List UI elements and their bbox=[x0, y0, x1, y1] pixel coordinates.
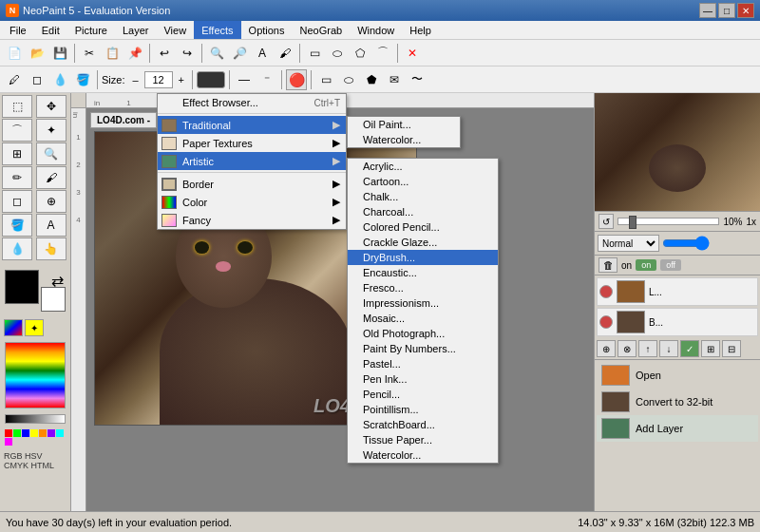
select-rect-button[interactable]: ▭ bbox=[304, 43, 325, 64]
layer-item-1[interactable]: L... bbox=[597, 277, 758, 306]
menu-edit[interactable]: Edit bbox=[34, 21, 67, 39]
size-decrease[interactable]: – bbox=[128, 74, 142, 86]
new-button[interactable]: 📄 bbox=[4, 43, 25, 64]
brush-style2[interactable]: ⁻ bbox=[256, 69, 277, 90]
layer-ctrl-7[interactable]: ⊟ bbox=[722, 340, 741, 357]
background-color[interactable] bbox=[41, 287, 66, 312]
menu-window[interactable]: Window bbox=[350, 21, 402, 39]
zoom-reset[interactable]: ↺ bbox=[598, 214, 614, 229]
save-button[interactable]: 💾 bbox=[49, 43, 70, 64]
swatch-purple[interactable] bbox=[48, 429, 55, 437]
select-lasso-button[interactable]: ⌒ bbox=[372, 43, 393, 64]
minimize-button[interactable]: — bbox=[699, 3, 716, 18]
menu-effects[interactable]: Effects bbox=[194, 21, 240, 39]
eraser-tool[interactable]: ◻ bbox=[27, 69, 48, 90]
art-tissue-paper[interactable]: Tissue Paper... bbox=[348, 432, 498, 447]
swatch-red[interactable] bbox=[5, 429, 12, 437]
pattern-btn[interactable]: ✦ bbox=[25, 319, 44, 336]
traditional-item[interactable]: Traditional ▶ bbox=[158, 116, 346, 134]
blend-mode-select[interactable]: Normal bbox=[598, 235, 659, 252]
art-colored-pencil[interactable]: Colored Pencil... bbox=[348, 219, 498, 235]
swatch-blue[interactable] bbox=[22, 429, 29, 437]
move-tool[interactable]: ✥ bbox=[36, 95, 66, 118]
redo-button[interactable]: ↪ bbox=[177, 43, 198, 64]
action-convert[interactable]: Convert to 32-bit bbox=[597, 389, 758, 415]
fill-tool2[interactable]: 🪣 bbox=[2, 214, 32, 237]
art-chalk[interactable]: Chalk... bbox=[348, 189, 498, 204]
art-pointillism[interactable]: Pointillism... bbox=[348, 402, 498, 417]
menu-neograb[interactable]: NeoGrab bbox=[293, 21, 351, 39]
gradient-btn[interactable] bbox=[4, 319, 23, 336]
foreground-color[interactable] bbox=[5, 270, 39, 304]
art-pencil[interactable]: Pencil... bbox=[348, 387, 498, 402]
art-drybrush[interactable]: DryBrush... bbox=[348, 250, 498, 265]
art-watercolor[interactable]: Watercolor... bbox=[348, 447, 498, 463]
grey-slider[interactable] bbox=[5, 414, 66, 424]
clone-tool[interactable]: ⊕ bbox=[36, 190, 66, 213]
on-toggle[interactable]: on bbox=[636, 259, 656, 271]
lasso-tool[interactable]: ⌒ bbox=[2, 119, 32, 142]
zoom-in-button[interactable]: 🔍 bbox=[206, 43, 227, 64]
layer-delete-btn[interactable]: 🗑 bbox=[598, 257, 618, 273]
text-tool[interactable]: A bbox=[36, 214, 66, 237]
crop-tool[interactable]: ⊞ bbox=[2, 142, 32, 165]
layer-ctrl-1[interactable]: ⊕ bbox=[597, 340, 616, 357]
layer-item-2[interactable]: B... bbox=[597, 308, 758, 336]
menu-view[interactable]: View bbox=[156, 21, 194, 39]
paint-tool[interactable]: 🖊 bbox=[4, 69, 25, 90]
trad-item-1[interactable]: Oil Paint... bbox=[348, 117, 460, 132]
fancy-item[interactable]: Fancy ▶ bbox=[158, 211, 346, 229]
swatch-yellow[interactable] bbox=[30, 429, 38, 437]
art-pen-ink[interactable]: Pen Ink... bbox=[348, 371, 498, 387]
stamp-tool[interactable]: 🔴 bbox=[286, 69, 307, 90]
zoom-slider[interactable] bbox=[618, 218, 719, 225]
border-item[interactable]: Border ▶ bbox=[158, 175, 346, 193]
menu-options[interactable]: Options bbox=[241, 21, 293, 39]
action-add-layer[interactable]: Add Layer bbox=[597, 415, 758, 442]
art-acrylic[interactable]: Acrylic... bbox=[348, 159, 498, 174]
selection-tool[interactable]: ⬚ bbox=[2, 95, 32, 118]
brush-style1[interactable]: — bbox=[234, 69, 255, 90]
swap-colors[interactable]: ⇄ bbox=[51, 272, 64, 290]
smudge-tool[interactable]: 👆 bbox=[36, 238, 66, 260]
layer-ctrl-3[interactable]: ↑ bbox=[638, 340, 657, 357]
art-charcoal[interactable]: Charcoal... bbox=[348, 204, 498, 219]
hue-slider[interactable] bbox=[5, 342, 66, 408]
swatch-cyan[interactable] bbox=[56, 429, 64, 437]
layer-ctrl-5[interactable]: ✓ bbox=[680, 340, 699, 357]
layer-ctrl-4[interactable]: ↓ bbox=[659, 340, 678, 357]
effect-browser-item[interactable]: Effect Browser... Ctrl+T bbox=[158, 94, 346, 111]
select-poly-button[interactable]: ⬠ bbox=[350, 43, 370, 64]
paint-brush-tool[interactable]: 🖌 bbox=[36, 166, 66, 189]
swatch-green[interactable] bbox=[13, 429, 21, 437]
brush-button[interactable]: 🖌 bbox=[275, 43, 295, 64]
magic-wand-tool[interactable]: ✦ bbox=[36, 119, 66, 142]
art-encaustic[interactable]: Encaustic... bbox=[348, 265, 498, 280]
text-button[interactable]: A bbox=[252, 43, 273, 64]
art-cartoon[interactable]: Cartoon... bbox=[348, 174, 498, 189]
layer-ctrl-6[interactable]: ⊞ bbox=[701, 340, 720, 357]
layer-ctrl-2[interactable]: ⊗ bbox=[618, 340, 636, 357]
size-input[interactable] bbox=[144, 71, 173, 88]
artistic-item[interactable]: Artistic ▶ bbox=[158, 152, 346, 170]
fill-tool[interactable]: 🪣 bbox=[72, 69, 93, 90]
select-ellipse-button[interactable]: ⬭ bbox=[327, 43, 348, 64]
zoom-1x[interactable]: 1x bbox=[746, 217, 756, 227]
eyedropper-tool[interactable]: 💧 bbox=[2, 238, 32, 260]
art-old-photograph[interactable]: Old Photograph... bbox=[348, 326, 498, 341]
pencil-tool[interactable]: ✏ bbox=[2, 166, 32, 189]
zoom-handle[interactable] bbox=[629, 216, 636, 229]
wave-tool[interactable]: 〜 bbox=[407, 69, 428, 90]
menu-help[interactable]: Help bbox=[402, 21, 439, 39]
dropper-tool[interactable]: 💧 bbox=[49, 69, 70, 90]
poly-tool[interactable]: ⬟ bbox=[361, 69, 382, 90]
menu-picture[interactable]: Picture bbox=[67, 21, 115, 39]
paste-button[interactable]: 📌 bbox=[124, 43, 145, 64]
opacity-slider[interactable] bbox=[662, 236, 710, 251]
trad-item-2[interactable]: Watercolor... bbox=[348, 132, 460, 147]
open-button[interactable]: 📂 bbox=[27, 43, 48, 64]
undo-button[interactable]: ↩ bbox=[154, 43, 175, 64]
action-open[interactable]: Open bbox=[597, 362, 758, 389]
swatch-magenta[interactable] bbox=[5, 438, 12, 446]
off-toggle[interactable]: off bbox=[660, 259, 681, 271]
